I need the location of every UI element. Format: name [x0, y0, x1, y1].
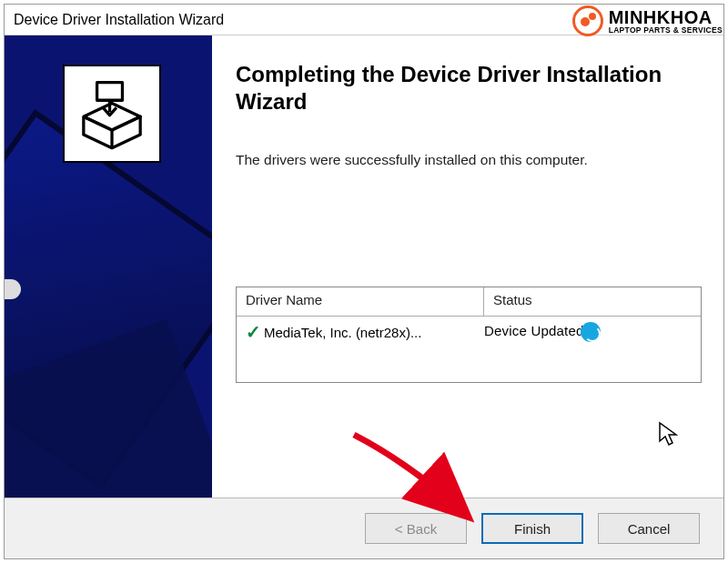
cancel-button[interactable]: Cancel: [598, 513, 700, 544]
col-header-status: Status: [484, 287, 701, 316]
svg-rect-2: [97, 83, 123, 101]
wizard-window: Device Driver Installation Wizard: [4, 4, 724, 559]
status-text: Device Updated: [484, 323, 584, 338]
table-header: Driver Name Status: [237, 287, 701, 317]
svg-marker-4: [660, 423, 676, 445]
table-row: ✓ MediaTek, Inc. (netr28x)... Device Upd…: [237, 317, 701, 347]
driver-table: Driver Name Status ✓ MediaTek, Inc. (net…: [236, 287, 702, 383]
driver-status-cell: Device Updated: [484, 322, 601, 342]
checkmark-icon: ✓: [242, 321, 264, 343]
wizard-sidebar: [5, 35, 212, 499]
button-row: < Back Finish Cancel: [5, 498, 723, 558]
driver-name-cell: MediaTek, Inc. (netr28x)...: [264, 325, 484, 340]
progress-spinner-icon: [581, 322, 601, 342]
page-heading: Completing the Device Driver Installatio…: [236, 61, 702, 116]
col-header-name: Driver Name: [237, 287, 484, 316]
success-message: The drivers were successfully installed …: [236, 152, 702, 168]
window-title: Device Driver Installation Wizard: [14, 12, 224, 28]
wizard-main: Completing the Device Driver Installatio…: [212, 35, 723, 499]
mouse-cursor-icon: [658, 421, 682, 448]
content-area: Completing the Device Driver Installatio…: [5, 35, 723, 499]
finish-button[interactable]: Finish: [481, 513, 583, 544]
titlebar: Device Driver Installation Wizard: [5, 5, 723, 35]
back-button: < Back: [365, 513, 467, 544]
install-box-icon: [63, 65, 161, 163]
